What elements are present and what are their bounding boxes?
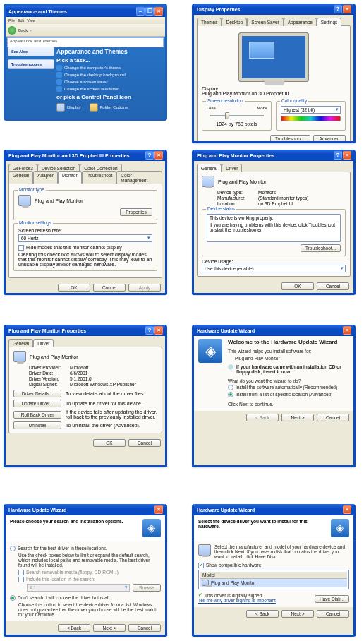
troubleshoot-button[interactable]: Troubleshoot... xyxy=(301,244,341,252)
menu-edit[interactable]: Edit xyxy=(18,18,24,23)
fwd-icon[interactable]: ▸ xyxy=(30,28,32,32)
cancel-button[interactable]: Cancel xyxy=(317,282,349,290)
tab-driver[interactable]: Driver xyxy=(33,339,54,347)
tab-troubleshoot[interactable]: Troubleshoot xyxy=(82,171,117,184)
minimize-button[interactable]: – xyxy=(136,7,145,16)
ok-button[interactable]: OK xyxy=(93,439,126,447)
back-button[interactable]: < Back xyxy=(246,610,279,618)
back-button[interactable]: < Back xyxy=(58,624,90,632)
apply-button[interactable]: Apply xyxy=(128,284,161,292)
address-bar[interactable]: Appearance and Themes xyxy=(7,37,164,47)
device-status-group: Device status This device is working pro… xyxy=(202,209,346,256)
tab-driver[interactable]: Driver xyxy=(222,164,242,172)
tab-settings[interactable]: Settings xyxy=(317,18,342,26)
tab-appearance[interactable]: Appearance xyxy=(284,18,317,26)
monitor-icon xyxy=(18,195,31,206)
ok-button[interactable]: OK xyxy=(58,284,90,292)
check-location[interactable]: Include this location in the search: xyxy=(18,577,161,582)
radio-advanced[interactable]: Install from a list or specific location… xyxy=(228,392,349,397)
check-removable[interactable]: Search removable media (floppy, CD-ROM..… xyxy=(18,570,161,575)
path-select[interactable]: A:\ xyxy=(27,584,130,592)
radio-auto[interactable]: Install the software automatically (Reco… xyxy=(228,385,349,390)
close-button[interactable]: × xyxy=(154,7,163,16)
driver-details-button[interactable]: Driver Details... xyxy=(13,390,61,397)
titlebar: Plug and Play Monitor Properties ? × xyxy=(194,150,353,161)
close-button[interactable]: × xyxy=(154,151,163,160)
next-button[interactable]: Next > xyxy=(281,414,314,421)
browse-button[interactable]: Browse xyxy=(133,584,161,592)
help-button[interactable]: ? xyxy=(334,5,342,13)
update-driver-button[interactable]: Update Driver... xyxy=(13,400,61,407)
close-button[interactable]: × xyxy=(343,5,351,13)
cp-icon-display[interactable]: Display xyxy=(56,103,81,112)
menu-file[interactable]: File xyxy=(8,18,15,23)
monitor-preview xyxy=(238,32,309,82)
back-label[interactable]: Back xyxy=(18,28,28,32)
cancel-button[interactable]: Cancel xyxy=(128,624,161,632)
uninstall-button[interactable]: Uninstall xyxy=(13,421,61,429)
device-usage-select[interactable]: Use this device (enable) xyxy=(202,265,346,272)
help-button[interactable]: ? xyxy=(145,151,154,160)
tab-general[interactable]: General xyxy=(197,164,222,172)
cp-icon-folder[interactable]: Folder Options xyxy=(90,103,128,112)
driver-panel: Plug and Play Monitor Driver Provider:Mi… xyxy=(8,347,162,433)
tab-desktop[interactable]: Desktop xyxy=(222,18,247,26)
help-button[interactable]: ? xyxy=(145,326,154,335)
advanced-button[interactable]: Advanced xyxy=(313,135,346,143)
radio-dont-search[interactable]: Don't search. I will choose the driver t… xyxy=(10,595,161,601)
close-button[interactable]: × xyxy=(343,151,351,160)
color-quality-label: Color quality xyxy=(280,98,308,103)
task-link[interactable]: Change the desktop background xyxy=(56,72,161,78)
troubleshooters-card: Troubleshooters xyxy=(8,59,54,69)
tab-monitor[interactable]: Monitor xyxy=(58,171,82,184)
tab-themes[interactable]: Themes xyxy=(197,18,222,26)
help-button[interactable]: ? xyxy=(334,151,342,160)
have-disk-button[interactable]: Have Disk... xyxy=(315,595,349,603)
see-also-card: See Also xyxy=(8,47,54,56)
task-icon xyxy=(56,65,62,71)
radio-search[interactable]: Search for the best driver in these loca… xyxy=(10,546,161,551)
tab-adapter[interactable]: Adapter xyxy=(33,171,58,184)
show-compatible-checkbox[interactable]: ✓Show compatible hardware xyxy=(198,563,349,568)
tab-color-management[interactable]: Color Management xyxy=(116,171,162,184)
cancel-button[interactable]: Cancel xyxy=(128,439,161,447)
back-button[interactable]: < Back xyxy=(246,414,279,421)
maximize-button[interactable]: ☐ xyxy=(145,7,154,16)
refresh-select[interactable]: 60 Hertz xyxy=(18,234,152,242)
cancel-button[interactable]: Cancel xyxy=(93,284,126,292)
close-button[interactable]: × xyxy=(343,326,351,335)
task-link[interactable]: Change the screen resolution xyxy=(56,86,161,92)
monitor-icon xyxy=(202,176,214,187)
close-button[interactable]: × xyxy=(154,505,163,514)
back-icon[interactable] xyxy=(8,26,16,35)
resolution-slider[interactable] xyxy=(207,110,267,121)
ok-button[interactable]: OK xyxy=(281,282,314,290)
cancel-button[interactable]: Cancel xyxy=(317,610,349,618)
rollback-driver-button[interactable]: Roll Back Driver xyxy=(13,411,61,419)
next-button[interactable]: Next > xyxy=(281,610,314,618)
tab-general[interactable]: General xyxy=(8,171,33,184)
color-quality-select[interactable]: Highest (32 bit) xyxy=(281,106,341,114)
tab-screensaver[interactable]: Screen Saver xyxy=(247,18,283,26)
wizard-body: ◈ Welcome to the Hardware Update Wizard … xyxy=(194,336,353,411)
task-link[interactable]: Change the computer's theme xyxy=(56,65,161,71)
tab-general[interactable]: General xyxy=(8,339,33,347)
cd-icon: 💿 xyxy=(228,364,233,374)
menu-view[interactable]: View xyxy=(27,18,35,23)
close-button[interactable]: × xyxy=(343,505,351,514)
cancel-button[interactable]: Cancel xyxy=(317,414,349,421)
troubleshoot-button[interactable]: Troubleshoot... xyxy=(270,135,310,143)
model-listbox[interactable]: Model Plug and Play Monitor xyxy=(198,570,349,589)
next-button[interactable]: Next > xyxy=(93,624,126,632)
resolution-label: Screen resolution xyxy=(206,98,245,103)
window-title: Hardware Update Wizard xyxy=(8,508,154,513)
hide-modes-checkbox[interactable]: Hide modes that this monitor cannot disp… xyxy=(18,245,152,251)
monitor-icon xyxy=(13,351,26,362)
hardware-wizard-select-window: Hardware Update Wizard × Select the devi… xyxy=(192,504,356,637)
properties-button[interactable]: Properties xyxy=(120,208,152,216)
signing-link[interactable]: Tell me why driver signing is important xyxy=(198,598,276,603)
close-button[interactable]: × xyxy=(154,326,163,335)
list-item[interactable]: Plug and Play Monitor xyxy=(200,579,347,587)
task-link[interactable]: Choose a screen saver xyxy=(56,79,161,85)
hardware-wizard-welcome-window: Hardware Update Wizard × ◈ Welcome to th… xyxy=(192,325,356,467)
